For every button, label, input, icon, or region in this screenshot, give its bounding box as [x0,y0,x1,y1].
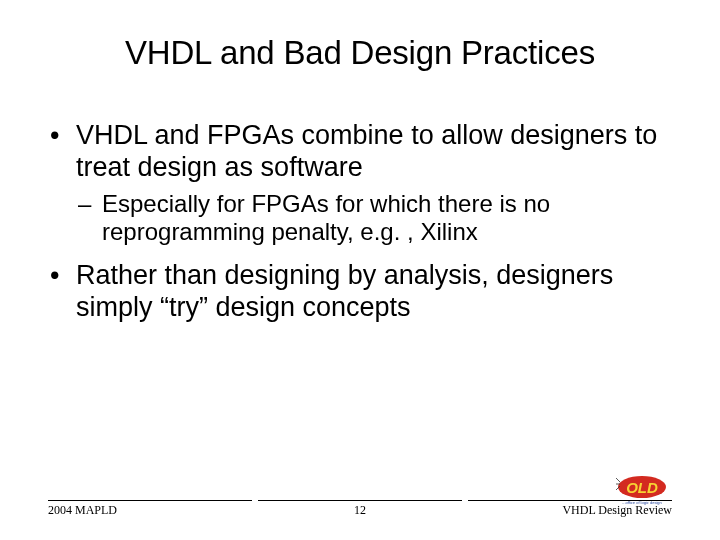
footer-row: 2004 MAPLD 12 VHDL Design Review [48,503,672,518]
slide: VHDL and Bad Design Practices VHDL and F… [0,0,720,540]
bullet-list-level2: Especially for FPGAs for which there is … [76,190,672,247]
logo-old: OLD ...office of logic design [612,474,672,506]
rule-segment [258,500,462,501]
sub-bullet-text: Especially for FPGAs for which there is … [102,190,550,245]
bullet-text: Rather than designing by analysis, desig… [76,260,613,322]
bullet-item: Rather than designing by analysis, desig… [48,260,672,324]
bullet-text: VHDL and FPGAs combine to allow designer… [76,120,657,182]
footer-page-number: 12 [256,503,464,518]
slide-body: VHDL and FPGAs combine to allow designer… [48,120,672,324]
rule-segment [48,500,252,501]
slide-title: VHDL and Bad Design Practices [48,34,672,72]
svg-line-3 [616,478,620,482]
sub-bullet-item: Especially for FPGAs for which there is … [76,190,672,247]
svg-text:OLD: OLD [626,479,658,496]
bullet-item: VHDL and FPGAs combine to allow designer… [48,120,672,246]
slide-footer: OLD ...office of logic design 2004 MAPLD… [48,500,672,518]
footer-right: VHDL Design Review [464,503,672,518]
footer-left: 2004 MAPLD [48,503,256,518]
footer-rule [48,500,672,501]
bullet-list-level1: VHDL and FPGAs combine to allow designer… [48,120,672,324]
